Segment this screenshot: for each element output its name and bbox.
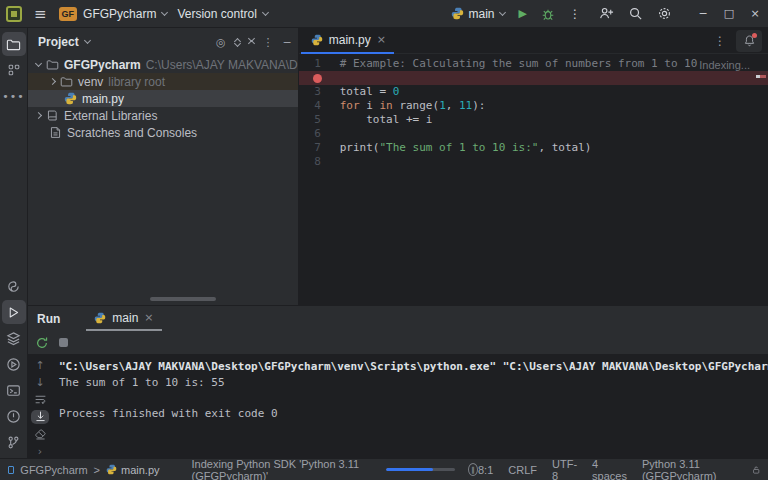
- line-number[interactable]: 1: [299, 57, 333, 71]
- clear-all-icon[interactable]: [31, 428, 49, 441]
- debug-button[interactable]: [541, 7, 555, 21]
- commit-tool-icon[interactable]: [2, 58, 26, 82]
- code-line[interactable]: 1# Example: Calculating the sum of numbe…: [299, 57, 768, 71]
- window-minimize-button[interactable]: −: [690, 1, 716, 27]
- rerun-button[interactable]: [35, 336, 49, 350]
- code-line[interactable]: 6: [299, 127, 768, 141]
- unlock-icon[interactable]: [752, 464, 760, 476]
- hide-panel-icon[interactable]: −: [283, 36, 292, 49]
- run-console[interactable]: "C:\Users\AJAY MAKVANA\Desktop\GFGPychar…: [52, 354, 768, 458]
- problems-tool-icon[interactable]: [2, 404, 26, 428]
- tree-item-label: GFGPycharm: [64, 58, 141, 72]
- code-line[interactable]: 4for i in range(1, 11):: [299, 99, 768, 113]
- run-button[interactable]: ▶: [519, 7, 527, 20]
- search-icon[interactable]: [628, 6, 643, 21]
- notifications-bell[interactable]: [736, 30, 762, 52]
- tab-close-icon[interactable]: ×: [377, 33, 386, 46]
- project-square-icon: [8, 466, 14, 474]
- indent-widget[interactable]: 4 spaces: [592, 458, 627, 480]
- error-stripe-breakpoint-mark[interactable]: [756, 75, 766, 78]
- python-file-icon: [311, 34, 323, 46]
- project-panel-title[interactable]: Project: [38, 35, 79, 49]
- scratches-icon: [49, 126, 62, 139]
- stop-button[interactable]: [59, 338, 68, 347]
- terminal-tool-icon[interactable]: [2, 378, 26, 402]
- tree-item-project-root[interactable]: GFGPycharm C:\Users\AJAY MAKVANA\D: [28, 56, 298, 73]
- breadcrumb-project[interactable]: GFGPycharm: [20, 464, 87, 476]
- more-actions-icon[interactable]: ⋮: [569, 7, 581, 21]
- indexing-status-text: Indexing Python SDK 'Python 3.11 (GFGPyc…: [192, 458, 371, 480]
- tree-item-external-libraries[interactable]: External Libraries: [28, 107, 298, 124]
- pause-indexing-button[interactable]: ‖: [468, 463, 478, 476]
- code-text: # Example: Calculating the sum of number…: [333, 57, 698, 71]
- window-close-button[interactable]: ×: [742, 1, 768, 27]
- run-tab-main[interactable]: main ×: [86, 306, 161, 331]
- editor-tab-label: main.py: [329, 33, 371, 47]
- options-kebab-icon[interactable]: ⋮: [263, 36, 274, 49]
- python-packages-tool-icon[interactable]: [2, 274, 26, 298]
- prev-occurrence-icon[interactable]: ↑: [35, 359, 44, 372]
- run-panel-title[interactable]: Run: [37, 312, 60, 326]
- code-with-me-icon[interactable]: [599, 6, 614, 21]
- chevron-right-icon[interactable]: [49, 78, 56, 85]
- code-line[interactable]: [299, 71, 768, 85]
- indexing-inline-label: Indexing...: [699, 58, 750, 72]
- code-area[interactable]: 1# Example: Calculating the sum of numbe…: [299, 54, 768, 305]
- chevron-right-icon[interactable]: [35, 112, 42, 119]
- collapse-all-icon[interactable]: [249, 37, 254, 47]
- editor-options-icon[interactable]: ⋮: [714, 34, 726, 48]
- code-line[interactable]: 5 total += i: [299, 113, 768, 127]
- python-icon: [94, 312, 106, 324]
- line-number[interactable]: 6: [299, 127, 333, 141]
- services-tool-icon[interactable]: [2, 326, 26, 350]
- folder-icon: [46, 58, 59, 71]
- caret-position-widget[interactable]: 8:1: [478, 464, 493, 476]
- python-console-tool-icon[interactable]: [2, 352, 26, 376]
- chevron-down-icon[interactable]: [35, 59, 42, 66]
- interpreter-widget[interactable]: Python 3.11 (GFGPycharm): [642, 458, 737, 480]
- run-tool-icon[interactable]: [2, 300, 26, 324]
- project-menu[interactable]: GF GFGPycharm: [59, 7, 168, 21]
- expand-chevron-icon[interactable]: ›: [38, 445, 42, 458]
- main-menu-icon[interactable]: ≡: [32, 5, 49, 23]
- line-number[interactable]: 5: [299, 113, 333, 127]
- breadcrumb-file[interactable]: main.py: [106, 464, 160, 476]
- line-separator-widget[interactable]: CRLF: [508, 464, 537, 476]
- horizontal-scrollbar[interactable]: [150, 297, 216, 301]
- version-control-menu[interactable]: Version control: [177, 7, 267, 21]
- encoding-widget[interactable]: UTF-8: [552, 458, 577, 480]
- more-tool-windows-icon[interactable]: •••: [2, 84, 26, 108]
- code-text: print("The sum of 1 to 10 is:", total): [333, 141, 592, 155]
- settings-gear-icon[interactable]: [657, 6, 672, 21]
- tree-item-venv[interactable]: venv library root: [28, 73, 298, 90]
- line-number[interactable]: 3: [299, 85, 333, 99]
- code-line[interactable]: 8: [299, 155, 768, 169]
- line-number[interactable]: 4: [299, 99, 333, 113]
- code-text: total += i: [333, 113, 433, 127]
- breakpoint-icon[interactable]: [313, 74, 322, 83]
- next-occurrence-icon[interactable]: ↓: [35, 376, 44, 389]
- code-text: total = 0: [333, 85, 400, 99]
- editor-tab-main-py[interactable]: main.py ×: [301, 28, 394, 54]
- chevron-down-icon: [84, 37, 91, 44]
- project-menu-label: GFGPycharm: [83, 7, 156, 21]
- run-config-selector[interactable]: main: [451, 7, 505, 21]
- breadcrumb-separator: >: [94, 464, 100, 476]
- soft-wrap-icon[interactable]: [31, 393, 49, 406]
- project-tool-icon[interactable]: [2, 32, 26, 56]
- tab-close-icon[interactable]: ×: [144, 311, 153, 324]
- tree-item-main-py[interactable]: main.py: [28, 90, 298, 107]
- expand-all-icon[interactable]: [235, 37, 240, 47]
- line-number[interactable]: 7: [299, 141, 333, 155]
- code-line[interactable]: 3total = 0: [299, 85, 768, 99]
- window-maximize-button[interactable]: □: [716, 1, 742, 27]
- line-number[interactable]: 8: [299, 155, 333, 169]
- console-line: [59, 390, 768, 406]
- locate-file-icon[interactable]: ◎: [216, 36, 226, 49]
- scroll-to-end-icon[interactable]: [31, 410, 49, 423]
- line-number[interactable]: [299, 71, 333, 85]
- code-line[interactable]: 7print("The sum of 1 to 10 is:", total): [299, 141, 768, 155]
- version-control-tool-icon[interactable]: [2, 430, 26, 454]
- tree-item-scratches[interactable]: Scratches and Consoles: [28, 124, 298, 141]
- tree-item-label: main.py: [82, 92, 124, 106]
